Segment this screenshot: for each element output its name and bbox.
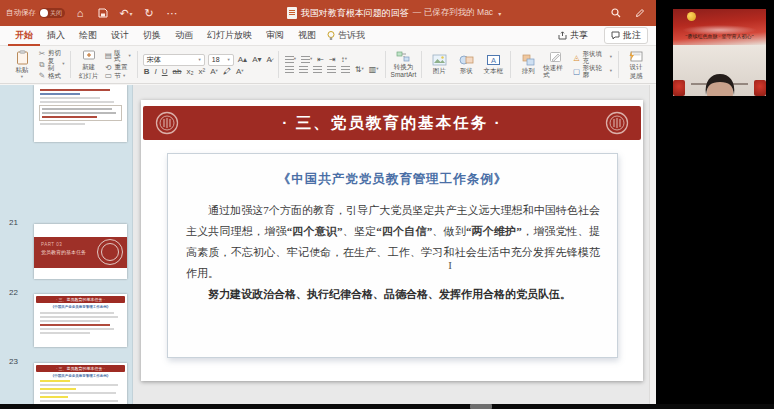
pen-icon[interactable] [632, 5, 648, 21]
decrease-font-button[interactable]: A▾ [251, 56, 262, 64]
paste-button[interactable]: 粘贴 ▾ [10, 50, 34, 80]
dock-notch [470, 404, 492, 409]
line-spacing-button[interactable]: ↕▾ [340, 56, 348, 64]
clipboard-group: 粘贴 ▾ ✂剪切 ⧉复制▾ ✎格式 [6, 48, 69, 81]
autosave-control[interactable]: 自动保存 关闭 [6, 8, 65, 18]
textbox-button[interactable]: A 文本框 [481, 54, 505, 74]
thumb-subtitle: 《中国共产党党员教育管理工作条例》 [34, 374, 127, 378]
thumbnail-slide-20-partial[interactable] [34, 85, 127, 142]
shape-outline-button[interactable]: ▢形状轮廓▾ [572, 65, 613, 78]
arrange-button[interactable]: 排列 [516, 54, 540, 74]
comments-button[interactable]: 批注 [604, 27, 648, 44]
superscript-button[interactable]: x² [198, 68, 207, 76]
increase-indent-button[interactable]: ⇥ [328, 56, 337, 64]
slide-title-banner[interactable]: · 三、党员教育的基本任务 · [143, 106, 641, 140]
editor-scrollbar[interactable] [649, 85, 656, 404]
body-text[interactable]: 通过加强这7个方面的教育，引导广大党员坚定共产主义远大理想和中国特色社会主义共同… [186, 200, 600, 305]
bullets-button[interactable]: ▾ [284, 56, 297, 63]
design-ideas-label-1: 设计 [629, 63, 642, 70]
font-name-select[interactable]: 宋体▾ [143, 54, 205, 66]
align-right-button[interactable] [312, 66, 323, 73]
text-effects-button[interactable]: A▾ [209, 68, 219, 76]
columns-button[interactable]: ▥▾ [368, 66, 380, 74]
red-decoration [673, 80, 685, 96]
thumbnail-number: 22 [9, 288, 18, 297]
brush-icon: ✎ [38, 72, 46, 80]
more-icon[interactable]: ⋯ [164, 5, 180, 21]
font-color-button[interactable]: A▾ [235, 68, 245, 76]
powerpoint-window: 自动保存 关闭 ⌂ ↶▾ ↻ ⋯ 我国对教育根本问题的回答 — 已保存到我的 M… [0, 0, 656, 404]
thumbnail-slide-21[interactable]: PART 03 党员教育的基本任务 [34, 224, 127, 279]
tab-insert[interactable]: 插入 [40, 26, 72, 46]
strikethrough-button[interactable]: ab [172, 68, 183, 76]
decrease-indent-button[interactable]: ⇤ [316, 56, 325, 64]
format-painter-button[interactable]: ✎格式 [37, 72, 65, 80]
paragraph-1: 通过加强这7个方面的教育，引导广大党员坚定共产主义远大理想和中国特色社会主义共同… [186, 200, 600, 284]
current-slide[interactable]: · 三、党员教育的基本任务 · 《中国共产党党员教育管理工作条例》 通过加强这7… [141, 100, 643, 381]
home-icon[interactable]: ⌂ [72, 5, 88, 21]
subscript-button[interactable]: x₂ [185, 68, 194, 76]
layout-button[interactable]: ▤版式▾ [103, 50, 131, 63]
new-slide-button[interactable]: 新建 幻灯片 [76, 50, 100, 79]
copy-button[interactable]: ⧉复制▾ [37, 58, 65, 71]
new-slide-icon [81, 50, 95, 62]
content-text-box[interactable]: 《中国共产党党员教育管理工作条例》 通过加强这7个方面的教育，引导广大党员坚定共… [167, 153, 618, 358]
tab-transitions[interactable]: 切换 [136, 26, 168, 46]
section-button[interactable]: ▭节▾ [103, 72, 131, 80]
red-decoration [754, 80, 766, 96]
italic-button[interactable]: I [154, 68, 158, 76]
smartart-label-1: 转换为 [394, 63, 414, 70]
picture-icon [432, 54, 447, 66]
fill-icon: ◬ [573, 54, 581, 62]
undo-icon[interactable]: ↶▾ [118, 5, 134, 21]
underline-button[interactable]: U [161, 68, 169, 76]
tab-review[interactable]: 审阅 [259, 26, 291, 46]
text-cursor: I [448, 255, 452, 276]
slide-editor-canvas[interactable]: · 三、党员教育的基本任务 · 《中国共产党党员教育管理工作条例》 通过加强这7… [133, 85, 656, 404]
tab-draw[interactable]: 绘图 [72, 26, 104, 46]
bold-button[interactable]: B [143, 68, 151, 76]
cut-button[interactable]: ✂剪切 [37, 50, 65, 58]
textbox-label: 文本框 [484, 67, 504, 74]
search-icon[interactable] [608, 5, 624, 21]
picture-button[interactable]: 图片 [427, 54, 451, 74]
title-bar: 自动保存 关闭 ⌂ ↶▾ ↻ ⋯ 我国对教育根本问题的回答 — 已保存到我的 M… [0, 0, 656, 26]
justify-button[interactable] [326, 66, 337, 73]
layout-label: 版式 [114, 50, 126, 63]
slide-thumbnail-panel[interactable]: 21 PART 03 党员教育的基本任务 22 · 三、党员教育的基本任务 · … [0, 85, 133, 404]
thumbnail-slide-22[interactable]: · 三、党员教育的基本任务 · 《中国共产党党员教育管理工作条例》 [34, 294, 127, 347]
tab-slideshow[interactable]: 幻灯片放映 [200, 26, 259, 46]
distribute-button[interactable] [340, 66, 351, 73]
title-chevron-icon[interactable]: ▾ [498, 10, 501, 17]
numbering-button[interactable]: ▾ [300, 56, 313, 63]
tab-view[interactable]: 视图 [291, 26, 323, 46]
increase-font-button[interactable]: A▴ [237, 56, 248, 64]
tellme-button[interactable]: 告诉我 [327, 29, 365, 42]
convert-smartart-button[interactable]: 转换为 SmartArt [391, 51, 417, 79]
tab-home[interactable]: 开始 [8, 26, 40, 46]
share-button[interactable]: 共享 [552, 28, 594, 43]
scissors-icon: ✂ [38, 50, 46, 58]
highlight-color-button[interactable]: 🖍 [222, 68, 232, 76]
tab-design[interactable]: 设计 [104, 26, 136, 46]
design-ideas-button[interactable]: 设计 灵感 [624, 50, 648, 79]
clear-format-button[interactable]: A̷ [266, 56, 273, 64]
save-icon[interactable] [95, 5, 111, 21]
align-left-button[interactable] [284, 66, 295, 73]
thumbnail-slide-23[interactable]: · 三、党员教育的基本任务 · 《中国共产党党员教育管理工作条例》 [34, 363, 127, 404]
shape-fill-button[interactable]: ◬形状填充▾ [572, 51, 613, 64]
redo-icon[interactable]: ↻ [141, 5, 157, 21]
shapes-button[interactable]: 形状 [454, 54, 478, 74]
align-center-button[interactable] [298, 66, 309, 73]
webcam-tile[interactable]: “赓续红色血脉 · 坚守育人初心” [673, 9, 766, 96]
font-size-select[interactable]: 18▾ [208, 54, 234, 66]
autosave-toggle[interactable]: 关闭 [39, 8, 65, 18]
smartart-group: 转换为 SmartArt [387, 48, 421, 81]
document-icon [287, 7, 297, 19]
reset-button[interactable]: ⟲重置 [103, 64, 131, 72]
tellme-label: 告诉我 [338, 29, 365, 42]
lightbulb-icon [327, 31, 335, 41]
tab-animations[interactable]: 动画 [168, 26, 200, 46]
quick-styles-button[interactable]: 快速样式 [543, 51, 568, 79]
text-direction-button[interactable]: ⇅▾ [354, 66, 365, 74]
